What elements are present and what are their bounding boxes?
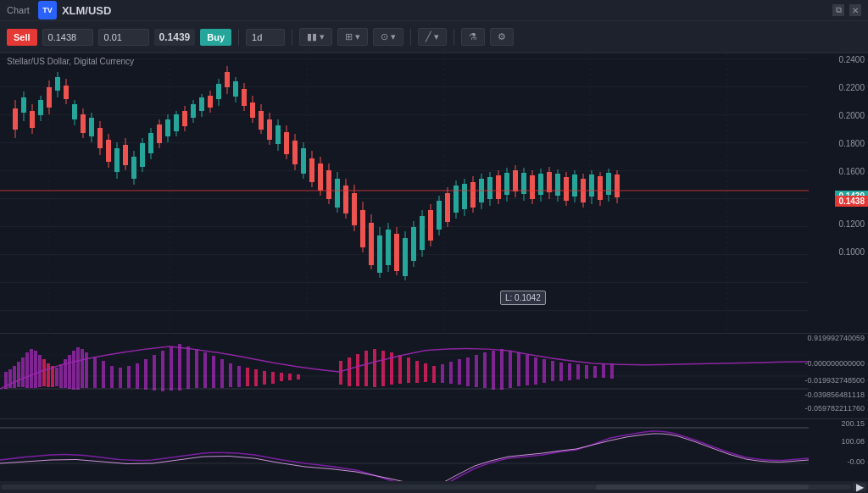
svg-rect-21: [30, 111, 35, 128]
svg-rect-125: [470, 182, 476, 208]
drawing-tool-button[interactable]: ⊞ ▾: [337, 28, 368, 46]
svg-rect-234: [551, 361, 554, 381]
chart-type-button[interactable]: ▮▮ ▾: [299, 28, 332, 46]
line-tool-button[interactable]: ╱ ▾: [418, 28, 447, 46]
svg-rect-219: [424, 363, 427, 382]
svg-rect-75: [259, 111, 264, 130]
svg-rect-180: [72, 351, 75, 390]
buy-button[interactable]: Buy: [200, 29, 231, 46]
svg-rect-157: [606, 173, 611, 195]
svg-rect-181: [76, 347, 80, 390]
scrollbar-thumb[interactable]: [596, 485, 809, 490]
lot-size-select[interactable]: 0.01 0.1 1: [98, 29, 149, 46]
svg-rect-49: [148, 133, 153, 153]
drawing-icon: ⊞: [345, 31, 353, 42]
svg-rect-211: [356, 354, 359, 386]
ind2-label-1: 100.08: [841, 437, 865, 446]
titlebar-controls: ⧉ ✕: [832, 4, 861, 16]
svg-rect-43: [123, 145, 128, 165]
dropdown-icon: ▾: [320, 31, 325, 42]
svg-rect-45: [131, 157, 136, 179]
svg-rect-208: [297, 374, 300, 379]
indicator-button[interactable]: ⚗: [461, 28, 485, 46]
panel-separator-2: [0, 418, 868, 419]
svg-rect-218: [415, 361, 419, 383]
svg-rect-185: [102, 361, 105, 388]
svg-rect-222: [449, 362, 453, 384]
svg-rect-147: [564, 177, 569, 201]
svg-rect-196: [195, 349, 198, 388]
indicator1-svg: [0, 334, 809, 418]
scroll-right-button[interactable]: ▶: [853, 483, 866, 491]
dropdown-icon3: ▾: [391, 31, 396, 42]
svg-rect-19: [21, 97, 26, 113]
svg-rect-159: [615, 174, 620, 197]
svg-rect-17: [13, 108, 18, 130]
svg-rect-141: [538, 174, 543, 195]
pair-info: TV XLM/USD: [38, 1, 112, 19]
svg-rect-229: [509, 351, 512, 388]
svg-rect-224: [466, 357, 470, 386]
svg-rect-39: [106, 140, 111, 162]
svg-rect-67: [225, 72, 230, 87]
svg-rect-223: [458, 359, 461, 385]
svg-rect-47: [140, 143, 145, 167]
svg-rect-167: [17, 362, 20, 387]
restore-button[interactable]: ⧉: [832, 4, 844, 16]
svg-rect-23: [38, 100, 43, 115]
svg-rect-55: [174, 114, 179, 131]
svg-rect-61: [199, 97, 204, 111]
svg-rect-73: [250, 102, 255, 118]
svg-rect-240: [602, 364, 605, 378]
svg-rect-129: [487, 177, 492, 199]
settings-button[interactable]: ⚙: [490, 28, 514, 46]
price-label-5: 0.1200: [838, 219, 865, 229]
scrollbar[interactable]: ▶: [0, 481, 868, 493]
sell-button[interactable]: Sell: [7, 29, 37, 46]
svg-rect-89: [318, 163, 323, 191]
svg-rect-193: [170, 346, 173, 391]
svg-rect-139: [530, 175, 535, 199]
gear-icon: ⚙: [498, 31, 506, 42]
svg-rect-59: [191, 104, 196, 118]
svg-rect-221: [441, 364, 444, 383]
chart-container: Stellar/US Dollar, Digital Currency: [0, 53, 868, 493]
svg-rect-79: [275, 125, 281, 144]
sell-price-input[interactable]: [42, 29, 93, 46]
indicator1-panel: [0, 334, 809, 418]
candlestick-icon: ▮▮: [307, 31, 317, 42]
svg-rect-91: [326, 170, 331, 199]
svg-rect-209: [339, 361, 342, 385]
svg-rect-173: [42, 359, 46, 386]
divider3: [410, 29, 411, 46]
svg-rect-65: [216, 84, 221, 99]
svg-rect-203: [254, 369, 258, 386]
svg-rect-220: [432, 366, 436, 383]
svg-rect-176: [55, 368, 58, 386]
line-icon: ╱: [426, 31, 431, 42]
svg-rect-155: [598, 176, 603, 200]
timeframe-select[interactable]: 1d1m5m15m 1h4h1w: [246, 29, 285, 46]
svg-rect-51: [157, 125, 162, 143]
svg-rect-204: [263, 371, 266, 385]
svg-rect-37: [97, 128, 103, 148]
svg-rect-87: [309, 158, 314, 182]
close-button[interactable]: ✕: [849, 4, 861, 16]
svg-rect-31: [72, 104, 77, 119]
svg-rect-202: [246, 368, 249, 386]
cursor-button[interactable]: ⊙ ▾: [373, 28, 403, 46]
scrollbar-track[interactable]: [2, 485, 851, 490]
svg-rect-166: [13, 366, 16, 388]
cursor-icon: ⊙: [381, 31, 388, 42]
titlebar-title: Chart: [7, 5, 30, 15]
svg-rect-212: [364, 351, 368, 386]
svg-rect-214: [381, 351, 385, 386]
svg-rect-236: [568, 363, 571, 380]
svg-rect-143: [547, 172, 552, 192]
svg-rect-239: [593, 366, 597, 378]
flask-icon: ⚗: [469, 31, 477, 42]
svg-rect-107: [394, 234, 399, 271]
toolbar: Sell 0.01 0.1 1 0.1439 Buy 1d1m5m15m 1h4…: [0, 21, 868, 53]
divider4: [453, 29, 454, 46]
svg-rect-210: [348, 357, 351, 386]
